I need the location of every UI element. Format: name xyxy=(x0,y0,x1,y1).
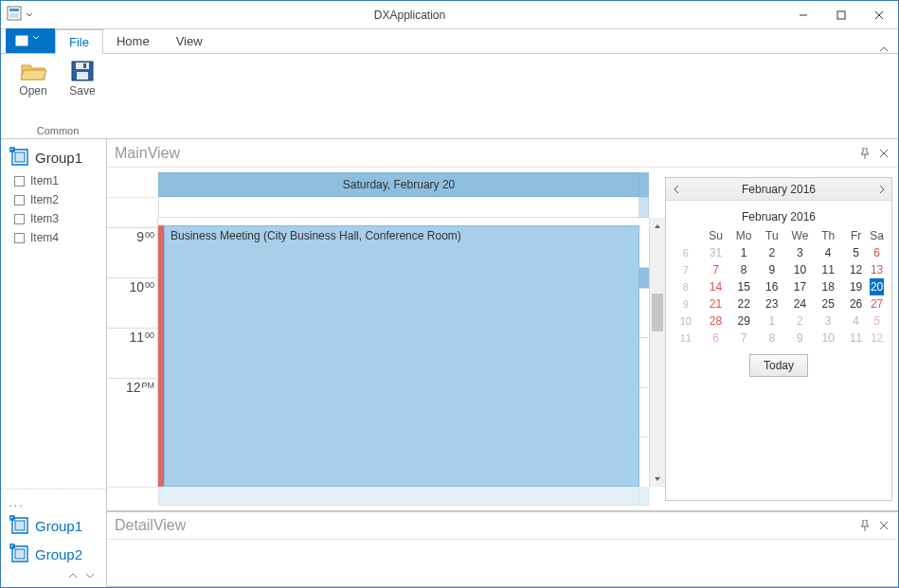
calendar-day[interactable]: 4 xyxy=(842,312,870,330)
svg-rect-1 xyxy=(9,9,19,11)
tab-view[interactable]: View xyxy=(163,28,216,53)
calendar-day[interactable]: 7 xyxy=(702,261,730,278)
close-icon[interactable] xyxy=(877,519,890,532)
save-label: Save xyxy=(69,84,95,98)
nav-item-2[interactable]: Item2 xyxy=(1,190,106,209)
scroll-down-icon[interactable] xyxy=(650,471,665,487)
next-month-icon[interactable] xyxy=(872,185,891,194)
dow-header: Mo xyxy=(729,227,758,244)
today-button[interactable]: Today xyxy=(749,354,808,377)
appointment[interactable]: Business Meeting (City Business Hall, Co… xyxy=(158,225,639,487)
calendar-day[interactable]: 12 xyxy=(842,261,870,278)
calendar-day[interactable]: 23 xyxy=(758,295,785,312)
allday-cell[interactable] xyxy=(158,197,639,218)
week-number: 6 xyxy=(674,244,702,261)
tab-file[interactable]: File xyxy=(55,29,103,54)
layers-icon xyxy=(9,514,29,538)
calendar-day[interactable]: 16 xyxy=(758,278,785,295)
day-column[interactable]: Business Meeting (City Business Hall, Co… xyxy=(158,218,639,487)
calendar-day[interactable]: 15 xyxy=(729,278,758,295)
calendar-day[interactable]: 11 xyxy=(814,261,841,278)
calendar-day[interactable]: 19 xyxy=(842,278,870,295)
calendar-day[interactable]: 29 xyxy=(729,312,758,330)
calendar-day[interactable]: 8 xyxy=(758,330,785,347)
calendar-day[interactable]: 31 xyxy=(702,244,730,261)
ribbon-group-common: Open Save Common xyxy=(9,58,107,138)
nav-group-1-label: Group1 xyxy=(35,518,82,534)
nav-scroll-up-icon[interactable] xyxy=(68,568,81,581)
prev-month-icon[interactable] xyxy=(666,185,685,194)
calendar-day[interactable]: 24 xyxy=(785,295,814,312)
detailview-header: DetailView xyxy=(107,511,898,540)
calendar-day[interactable]: 26 xyxy=(842,295,870,312)
titlebar: DXApplication xyxy=(1,1,898,29)
calendar-day[interactable]: 20 xyxy=(870,278,884,295)
close-button[interactable] xyxy=(860,2,898,28)
svg-rect-4 xyxy=(837,11,845,19)
calendar-day[interactable]: 9 xyxy=(758,261,785,278)
dow-header: Su xyxy=(702,227,730,244)
nav-item-1[interactable]: Item1 xyxy=(1,171,106,190)
chevron-down-icon xyxy=(32,35,45,46)
calendar-day[interactable]: 1 xyxy=(729,244,758,261)
calendar-day[interactable]: 6 xyxy=(870,244,884,261)
calendar-day[interactable]: 12 xyxy=(870,330,884,347)
week-number: 11 xyxy=(674,330,702,347)
file-menu-button[interactable] xyxy=(6,28,55,53)
nav-group-top[interactable]: Group1 xyxy=(1,143,106,171)
week-number: 7 xyxy=(674,261,702,278)
scheduler-scrollbar[interactable] xyxy=(649,218,665,487)
detailview-panel: DetailView xyxy=(107,511,898,587)
scroll-thumb[interactable] xyxy=(652,294,663,331)
calendar-day[interactable]: 6 xyxy=(702,330,730,347)
tab-file-label: File xyxy=(69,35,89,49)
minimize-button[interactable] xyxy=(784,2,822,28)
timeslot-11: 1100 xyxy=(107,328,157,378)
calendar-day[interactable]: 22 xyxy=(729,295,758,312)
calendar-day[interactable]: 14 xyxy=(702,278,730,295)
calendar-day[interactable]: 4 xyxy=(814,244,841,261)
calendar-day[interactable]: 18 xyxy=(814,278,841,295)
scheduler-footer-cell xyxy=(158,487,639,506)
ribbon-collapse-icon[interactable] xyxy=(870,45,898,53)
calendar-day[interactable]: 9 xyxy=(785,330,814,347)
nav-group-1[interactable]: Group1 xyxy=(1,511,106,540)
calendar-day[interactable]: 13 xyxy=(870,261,884,278)
calendar-day[interactable]: 3 xyxy=(814,312,841,330)
nav-item-3[interactable]: Item3 xyxy=(1,209,106,228)
open-button[interactable]: Open xyxy=(14,58,52,98)
calendar-day[interactable]: 28 xyxy=(702,312,730,330)
calendar-day[interactable]: 10 xyxy=(785,261,814,278)
calendar-day[interactable]: 7 xyxy=(729,330,758,347)
scroll-up-icon[interactable] xyxy=(650,218,665,234)
qat-dropdown-icon[interactable] xyxy=(24,11,35,19)
nav-overflow-ellipsis[interactable]: ... xyxy=(1,493,106,511)
calendar-day[interactable]: 10 xyxy=(814,330,841,347)
calendar-day[interactable]: 17 xyxy=(785,278,814,295)
calendar-day[interactable]: 5 xyxy=(870,312,884,330)
pin-icon[interactable] xyxy=(858,147,872,160)
tab-home[interactable]: Home xyxy=(103,28,163,53)
dow-header: Sa xyxy=(870,227,884,244)
calendar-day[interactable]: 5 xyxy=(842,244,870,261)
calendar-day[interactable]: 3 xyxy=(785,244,814,261)
nav-scroll-down-icon[interactable] xyxy=(85,568,99,581)
maximize-button[interactable] xyxy=(822,2,860,28)
calendar-day[interactable]: 25 xyxy=(814,295,841,312)
calendar-day[interactable]: 8 xyxy=(729,261,758,278)
nav-group-2[interactable]: Group2 xyxy=(1,540,106,568)
body: Group1 Item1 Item2 Item3 Item4 ... Group… xyxy=(1,139,898,587)
close-icon[interactable] xyxy=(877,147,890,160)
nav-item-label: Item1 xyxy=(30,174,59,187)
calendar-day[interactable]: 2 xyxy=(785,312,814,330)
calendar-day[interactable]: 1 xyxy=(758,312,785,330)
pin-icon[interactable] xyxy=(858,519,872,532)
calendar-day[interactable]: 2 xyxy=(758,244,785,261)
calendar-day[interactable]: 11 xyxy=(842,330,870,347)
day-header[interactable]: Saturday, February 20 xyxy=(158,172,639,197)
nav-sidebar: Group1 Item1 Item2 Item3 Item4 ... Group… xyxy=(1,139,107,587)
calendar-day[interactable]: 27 xyxy=(870,295,884,312)
save-button[interactable]: Save xyxy=(63,58,101,98)
nav-item-4[interactable]: Item4 xyxy=(1,228,106,247)
calendar-day[interactable]: 21 xyxy=(702,295,730,312)
